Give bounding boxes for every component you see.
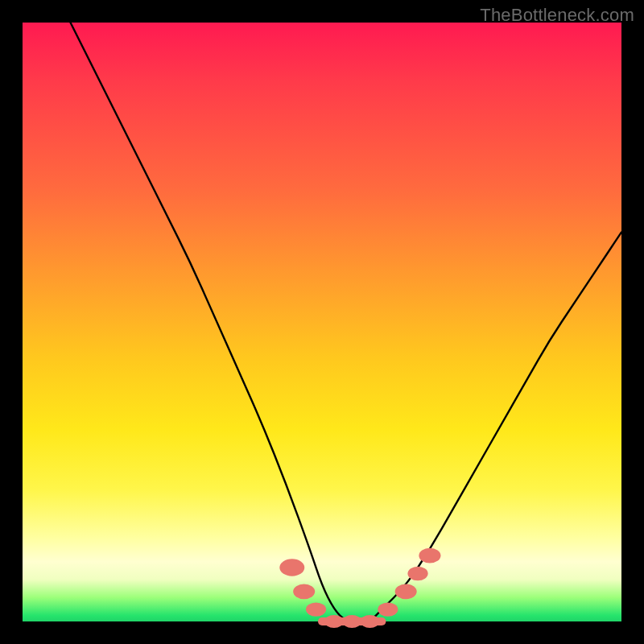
curve-marker (293, 584, 315, 599)
curve-marker (343, 615, 361, 628)
curve-marker (306, 602, 326, 616)
curve-markers (279, 548, 440, 628)
curve-marker (378, 602, 398, 616)
chart-frame: TheBottleneck.com (0, 0, 644, 644)
bottleneck-curve-svg (23, 23, 621, 621)
curve-marker (419, 548, 440, 564)
curve-marker (407, 567, 427, 580)
plot-area (23, 23, 621, 621)
bottleneck-curve (71, 23, 621, 621)
curve-marker (279, 559, 304, 576)
curve-marker (324, 615, 343, 628)
curve-marker (395, 584, 417, 599)
curve-marker (361, 615, 379, 628)
